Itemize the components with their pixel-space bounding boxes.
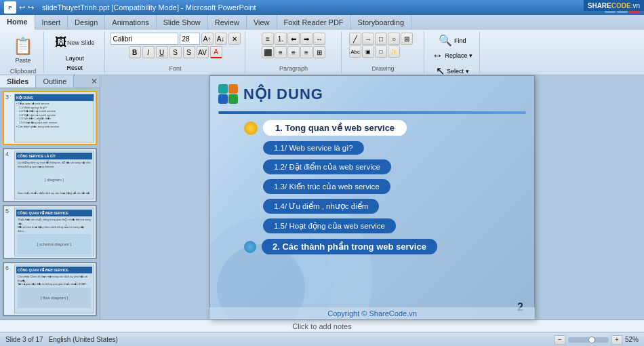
shape-arrange-button[interactable]: ⊞ xyxy=(401,33,413,45)
bullet-yellow-1 xyxy=(244,121,258,135)
font-size-input[interactable] xyxy=(180,33,200,45)
strikethrough-button[interactable]: S xyxy=(169,46,182,58)
ribbon-group-drawing: ╱ → □ ○ ⊞ Abc ▣ □ ✨ Drawing xyxy=(343,31,424,73)
quick-access-undo[interactable]: ↩ xyxy=(19,3,25,12)
slide-preview-6: CÔNG QUAN VỀ WEB SERVICE Cho phép Client… xyxy=(14,265,94,313)
clipboard-label: Clipboard xyxy=(10,66,37,75)
zoom-slider[interactable] xyxy=(568,337,609,343)
paragraph-label: Paragraph xyxy=(279,64,308,72)
hex-teal xyxy=(218,84,228,94)
fontcolor-button[interactable]: A xyxy=(210,46,222,58)
slide-thumb-3[interactable]: 3 NỘI DUNG • Tổng quan về web service 1.… xyxy=(3,91,97,145)
sub-item-1-4: 1.4/ Ưu điểm , nhược điểm xyxy=(263,199,521,214)
slide-thumb-4[interactable]: 4 CÔNG SERVICE LÀ GÌ? Là những dịch vụ t… xyxy=(3,148,97,202)
slide-num-6: 6 xyxy=(5,265,12,271)
titlebar: P ↩ ↪ slideThuyetTrinh.ppt [Compatibilit… xyxy=(0,0,644,15)
sub-item-1-1: 1.1/ Web service là gì? xyxy=(263,141,521,155)
tab-insert[interactable]: Insert xyxy=(35,15,68,30)
slide-num-3: 3 xyxy=(5,94,12,100)
new-slide-label: New Slide xyxy=(67,39,95,46)
underline-button[interactable]: U xyxy=(156,46,168,58)
shadow-button[interactable]: S xyxy=(183,46,195,58)
font-grow-button[interactable]: A↑ xyxy=(201,33,214,45)
slide-thumb-5[interactable]: 5 CÔNG QUAN VỀ WEB SERVICE Thực hiện các… xyxy=(3,205,97,259)
shape-ellipse-button[interactable]: ○ xyxy=(388,33,400,45)
menu-label-1: 1. Tong quan về web service xyxy=(263,120,407,136)
tab-design[interactable]: Design xyxy=(68,15,105,30)
note-area[interactable]: Click to add notes xyxy=(0,320,644,332)
columns-button[interactable]: ⊞ xyxy=(313,46,325,58)
shape-fill-button[interactable]: ▣ xyxy=(362,45,374,58)
bullets-button[interactable]: ≡ xyxy=(262,33,274,45)
panel-tabs: Slides Outline ✕ xyxy=(0,75,100,88)
tab-storyboarding[interactable]: Storyboarding xyxy=(351,15,412,30)
sub-item-1-3: 1.3/ Kiến trúc của web service xyxy=(263,179,521,194)
app-logo: P xyxy=(4,1,16,14)
align-right-button[interactable]: ≡ xyxy=(287,46,300,58)
quick-access-redo[interactable]: ↪ xyxy=(28,3,34,12)
note-placeholder: Click to add notes xyxy=(292,322,351,330)
zoom-out-button[interactable]: − xyxy=(555,335,565,345)
ribbon-group-clipboard: 📋 Paste Clipboard xyxy=(3,31,44,73)
tab-slideshow[interactable]: Slide Show xyxy=(157,15,208,30)
paste-button[interactable]: 📋 Paste xyxy=(7,33,39,66)
numbering-button[interactable]: 1. xyxy=(275,33,287,45)
find-icon: 🔍 xyxy=(439,34,452,47)
hex-green xyxy=(228,94,238,104)
ribbon-tabs: Home Insert Design Animations Slide Show… xyxy=(0,15,644,30)
font-shrink-button[interactable]: A↓ xyxy=(215,33,227,45)
increase-indent-button[interactable]: ➡ xyxy=(300,33,313,45)
zoom-thumb[interactable] xyxy=(588,337,595,343)
slide-title: NỘI DUNG xyxy=(243,85,323,103)
layout-label: Layout xyxy=(66,55,84,62)
sharecode-header-logo: SHARECODE.vn xyxy=(584,0,644,11)
shape-effects-button[interactable]: ✨ xyxy=(388,45,400,58)
reset-button[interactable]: Reset xyxy=(64,63,86,73)
zoom-level: 52% xyxy=(625,336,639,343)
layout-button[interactable]: Layout xyxy=(63,54,87,63)
tab-home[interactable]: Home xyxy=(0,15,35,30)
paste-icon: 📋 xyxy=(12,35,34,57)
replace-icon: ↔ xyxy=(432,50,443,62)
decrease-indent-button[interactable]: ⬅ xyxy=(287,33,300,45)
rtl-button[interactable]: ↔ xyxy=(313,33,325,45)
shape-arrow-button[interactable]: → xyxy=(362,33,374,45)
menu-label-2: 2. Các thành phần trong web service xyxy=(262,239,437,254)
tab-view[interactable]: View xyxy=(247,15,277,30)
font-family-input[interactable] xyxy=(110,33,178,45)
ribbon-group-slides: 🖼 New Slide Layout Reset Delete Slides xyxy=(45,31,105,73)
replace-button[interactable]: ↔ Replace ▾ xyxy=(430,48,476,63)
menu-item-2: 2. Các thành phần trong web service xyxy=(244,239,521,254)
panel-tab-slides[interactable]: Slides xyxy=(0,75,36,88)
bold-button[interactable]: B xyxy=(129,46,141,58)
ribbon-group-font: A↑ A↓ ✕ B I U S S AV A Font xyxy=(106,31,245,73)
align-left-button[interactable]: ⬛ xyxy=(262,46,274,58)
slide-container[interactable]: NỘI DUNG 1. Tong quan về web service 1.1… xyxy=(209,75,535,320)
content-area: ShareCode.vn NỘI DUNG xyxy=(100,75,644,320)
zoom-in-button[interactable]: + xyxy=(611,335,622,345)
quick-styles-button[interactable]: Abc xyxy=(349,45,361,58)
hex-orange xyxy=(228,84,238,94)
shape-rect-button[interactable]: □ xyxy=(375,33,387,45)
tab-animations[interactable]: Animations xyxy=(105,15,156,30)
panel-close-button[interactable]: ✕ xyxy=(89,75,100,88)
title-underbar xyxy=(218,111,526,114)
slides-list: 3 NỘI DUNG • Tổng quan về web service 1.… xyxy=(0,88,100,320)
new-slide-button[interactable]: 🖼 New Slide xyxy=(49,33,100,52)
shape-line-button[interactable]: ╱ xyxy=(349,33,361,45)
italic-button[interactable]: I xyxy=(142,46,155,58)
tab-foxit[interactable]: Foxit Reader PDF xyxy=(277,15,351,30)
tab-review[interactable]: Review xyxy=(208,15,247,30)
status-bar: Slide 3 of 17 English (United States) − … xyxy=(0,332,644,346)
clear-format-button[interactable]: ✕ xyxy=(228,33,241,45)
find-button[interactable]: 🔍 Find xyxy=(436,33,469,48)
spacing-button[interactable]: AV xyxy=(197,46,209,58)
align-center-button[interactable]: ≡ xyxy=(275,46,287,58)
panel-tab-outline[interactable]: Outline xyxy=(36,75,74,88)
justify-button[interactable]: ≡ xyxy=(300,46,313,58)
ribbon-group-paragraph: ≡ 1. ⬅ ➡ ↔ ⬛ ≡ ≡ ≡ ⊞ Paragraph xyxy=(247,31,342,73)
sub-item-1-2: 1.2/ Đặt điểm của web service xyxy=(263,159,521,174)
language-info: English (United States) xyxy=(49,336,118,343)
shape-outline-button[interactable]: □ xyxy=(375,45,387,58)
slide-thumb-6[interactable]: 6 CÔNG QUAN VỀ WEB SERVICE Cho phép Clie… xyxy=(3,262,97,316)
